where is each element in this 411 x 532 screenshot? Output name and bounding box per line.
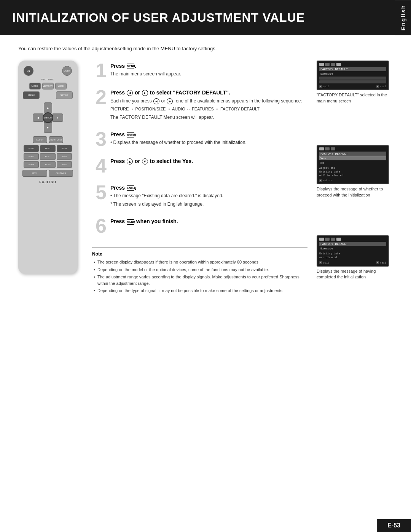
step-1-content: Press MENU. The main menu screen will ap…	[110, 61, 307, 77]
screen-1-highlight: FACTORY DEFAULT	[319, 67, 386, 71]
mds6-button[interactable]: MDS6	[57, 161, 72, 168]
dpad-left[interactable]: ◄	[33, 113, 43, 122]
sequence-text: PICTURE ↔ POSITION/SIZE ↔ AUDIO ↔ FEATUR…	[110, 106, 307, 112]
screenshots-column: FACTORY DEFAULT Execute ■ quit ■ next "F…	[317, 61, 393, 295]
screen-1-execute: Execute	[319, 72, 386, 76]
rgb3-button[interactable]: RGB3	[57, 145, 72, 152]
note-item-1: The screen display disappears if there i…	[92, 259, 307, 265]
header-bar: INITIALIZATION OF USER ADJUSTMENT VALUE …	[0, 0, 411, 35]
screen-3-bottom: ■ quit ■ next	[319, 261, 386, 264]
light-button[interactable]: LIGHT	[62, 66, 72, 76]
page-title: INITIALIZATION OF USER ADJUSTMENT VALUE	[12, 11, 305, 25]
step-6-content: Press MENU when you finish.	[110, 216, 307, 226]
step-6-number: 6	[92, 216, 107, 236]
step-5-desc: • The message "Existing data are cleared…	[110, 192, 307, 208]
mds7-offtimer-row: MDS7 OFF TIMER	[22, 170, 73, 177]
mds1-button[interactable]: MDS1	[24, 153, 39, 160]
header-title-block: INITIALIZATION OF USER ADJUSTMENT VALUE	[0, 0, 395, 35]
screen-3-quit: ■ quit	[319, 261, 329, 264]
step-5: 5 Press ENTER. • The message "Existing d…	[92, 182, 307, 209]
screen-3-text: Existing dataare cleared.	[319, 252, 386, 260]
note-item-4: Depending on the type of signal, it may …	[92, 288, 307, 294]
screen-1-bar-1	[319, 77, 386, 80]
screen-1-icons	[319, 63, 386, 66]
mds7-button[interactable]: MDS7	[22, 170, 47, 177]
power-button[interactable]: ⏻	[24, 66, 33, 76]
step-1-title: Press MENU.	[110, 63, 307, 69]
mode-memory-wide-row: MODE MEMORY WIDE	[22, 83, 73, 89]
screen-2-no: No	[319, 161, 386, 165]
dpad: ▲ ▼ ◄ ► ENTER	[33, 102, 63, 133]
screen-3-next: ■ next	[376, 261, 386, 264]
note-section: Note The screen display disappears if th…	[92, 247, 307, 294]
return-key: ■	[319, 179, 322, 182]
rgb1-button[interactable]: RGB1	[24, 145, 39, 152]
enter-icon: ENTER	[127, 132, 134, 137]
step-3: 3 Press ENTER. • Displays the message of…	[92, 129, 307, 149]
mds4-button[interactable]: MDS4	[24, 161, 39, 168]
spacer-2	[317, 205, 393, 216]
note-title: Note	[92, 251, 307, 257]
screenshot-3-caption: Displays the message of having completed…	[317, 268, 393, 280]
zoom-focus-button[interactable]: ZOOM FOCUS	[49, 136, 63, 143]
step-3-title: Press ENTER.	[110, 131, 307, 137]
dpad-up[interactable]: ▲	[44, 102, 52, 113]
screen-2-return: ■ return	[319, 179, 333, 182]
wide-button[interactable]: WIDE	[55, 83, 67, 89]
step-3-number: 3	[92, 129, 107, 149]
step-2-desc2: The FACTORY DEFAULT Menu screen will app…	[110, 114, 307, 121]
screen-3-icon-2	[325, 238, 330, 241]
next-key-3: ■	[376, 261, 379, 264]
setup-button[interactable]: SET UP	[56, 91, 73, 99]
screen-2-icon-2	[325, 147, 330, 150]
step-6-title: Press MENU when you finish.	[110, 218, 307, 224]
screen-2: FACTORY DEFAULT Yes No Adjust andExistin…	[317, 145, 389, 184]
screen-3-icon-4	[336, 238, 341, 241]
menu-icon-6: MENU	[127, 219, 134, 225]
mds2-button[interactable]: MDS2	[40, 153, 55, 160]
mds3-button[interactable]: MDS3	[57, 153, 72, 160]
remote-column: ⏻ LIGHT PICTURE MODE MEMORY WIDE MENU SE…	[18, 61, 83, 295]
note-item-2: Depending on the model or the optional d…	[92, 267, 307, 273]
screen-2-highlight: FACTORY DEFAULT	[319, 152, 386, 156]
next-key: ■	[376, 85, 379, 88]
screenshot-3: FACTORY DEFAULT Execute Existing dataare…	[317, 235, 393, 280]
remote-top-row: ⏻ LIGHT	[22, 66, 73, 76]
remote-control: ⏻ LIGHT PICTURE MODE MEMORY WIDE MENU SE…	[18, 61, 77, 274]
screen-icon-4	[336, 63, 341, 66]
up-arrow-icon: ▲	[127, 158, 133, 165]
left-arrow-icon: ◄	[127, 90, 133, 96]
dpad-right[interactable]: ►	[53, 113, 63, 122]
main-content: ⏻ LIGHT PICTURE MODE MEMORY WIDE MENU SE…	[18, 61, 393, 295]
mode-button[interactable]: MODE	[29, 83, 41, 89]
step-1-desc: The main menu screen will appear.	[110, 70, 307, 77]
mds5-button[interactable]: MDS5	[40, 161, 55, 168]
step-3-content: Press ENTER. • Displays the message of w…	[110, 129, 307, 146]
rgb-grid: RGB1 RGB2 RGB3 MDS1 MDS2 MDS3 MDS4 MDS5 …	[22, 145, 73, 168]
step-2-number: 2	[92, 87, 107, 107]
step-4-content: Press ▲ or ▼ to select the Yes.	[110, 156, 307, 166]
step-5-number: 5	[92, 182, 107, 202]
step-3-desc: • Displays the message of whether to pro…	[110, 139, 307, 146]
screen-2-bottom: ■ return	[319, 179, 386, 182]
left-icon-inline: ◄	[153, 98, 159, 104]
memory-button[interactable]: MEMORY	[42, 83, 54, 89]
dpad-down[interactable]: ▼	[44, 122, 52, 133]
screen-2-yes: Yes	[319, 156, 386, 160]
step-4-title: Press ▲ or ▼ to select the Yes.	[110, 158, 307, 165]
rgb2-button[interactable]: RGB2	[40, 145, 55, 152]
step-1: 1 Press MENU. The main menu screen will …	[92, 61, 307, 80]
screen-1-quit: ■ quit	[319, 85, 329, 88]
screenshot-1-caption: "FACTORY DEFAULT" selected in the main m…	[317, 92, 393, 104]
menu-button[interactable]: MENU	[23, 91, 40, 99]
enter-button[interactable]: ENTER	[43, 112, 53, 123]
step-2-content: Press ◄ or ► to select "FACTORY DEFAULT"…	[110, 87, 307, 122]
off-timer-button[interactable]: OFF TIMER	[49, 170, 73, 177]
setup2-button[interactable]: SET UP	[33, 136, 47, 143]
quit-key: ■	[319, 85, 322, 88]
screen-3: FACTORY DEFAULT Execute Existing dataare…	[317, 235, 389, 267]
picture-label: PICTURE	[22, 78, 73, 81]
screen-icon-1	[319, 63, 324, 66]
note-item-3: The adjustment range varies according to…	[92, 274, 307, 286]
intro-text: You can restore the values of the adjust…	[18, 46, 393, 51]
